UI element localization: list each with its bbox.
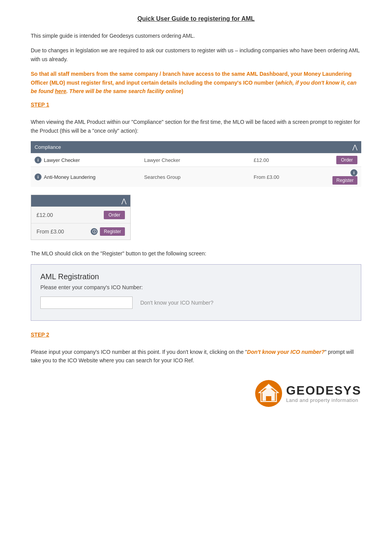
aml-subtitle: Please enter your company's ICO Number:	[40, 284, 352, 290]
zoomed-chevron[interactable]: ⋀	[121, 197, 126, 205]
svg-rect-4	[266, 396, 271, 401]
zoomed-order-button[interactable]: Order	[104, 211, 125, 219]
step1-description: When viewing the AML Product within our …	[31, 118, 361, 135]
step2-label: STEP 2	[31, 332, 49, 338]
intro-paragraph-2: Due to changes in legislation we are req…	[31, 46, 361, 63]
compliance-row-lawyer: i Lawyer Checker Lawyer Checker £12.00 O…	[31, 153, 361, 167]
order-button-lawyer[interactable]: Order	[336, 156, 357, 164]
compliance-price-lawyer: £12.00	[254, 157, 327, 163]
zoomed-price-lawyer: £12.00	[37, 212, 53, 218]
zoomed-header: ⋀	[31, 195, 130, 207]
zoomed-row-order: £12.00 Order	[31, 207, 130, 223]
compliance-action-aml: i Register	[327, 169, 357, 185]
geodesys-logo-icon	[255, 380, 282, 407]
ico-number-input[interactable]	[40, 297, 133, 309]
info-icon-lawyer: i	[35, 157, 42, 163]
zoomed-register-button[interactable]: Register	[100, 227, 125, 236]
zoomed-compliance-box: ⋀ £12.00 Order From £3.00 ⓘ Register	[31, 195, 131, 240]
info-icon-aml: i	[35, 173, 42, 180]
step2-text1: Please input your company's ICO number a…	[31, 349, 247, 355]
logo-text-block: GEODESYS Land and property information	[286, 384, 361, 403]
intro-paragraph-1: This simple guide is intended for Geodes…	[31, 32, 361, 40]
info-circle-aml[interactable]: i	[350, 169, 357, 176]
here-link[interactable]: here	[55, 88, 66, 94]
step2-description: Please input your company's ICO number a…	[31, 348, 361, 365]
compliance-group-aml: Searches Group	[144, 174, 254, 180]
compliance-label: Compliance	[35, 144, 61, 150]
dont-know-ico-link[interactable]: Don't know your ICO number?	[247, 349, 325, 355]
zoomed-info-circle[interactable]: ⓘ	[91, 228, 98, 235]
compliance-group-lawyer: Lawyer Checker	[144, 157, 254, 163]
compliance-header: Compliance ⋀	[31, 141, 361, 153]
step1-label: STEP 1	[31, 102, 49, 108]
compliance-row-aml: i Anti-Money Laundering Searches Group F…	[31, 167, 361, 187]
compliance-name-lawyer: i Lawyer Checker	[35, 157, 144, 163]
zoomed-price-aml: From £3.00	[37, 228, 64, 235]
logo-brand: GEODESYS	[286, 384, 361, 397]
compliance-table-container: Compliance ⋀ i Lawyer Checker Lawyer Che…	[31, 141, 361, 187]
dont-know-link[interactable]: Don't know your ICO Number?	[140, 300, 213, 306]
register-button-aml[interactable]: Register	[332, 176, 357, 185]
page-title: Quick User Guide to registering for AML	[31, 15, 361, 22]
aml-registration-box: AML Registration Please enter your compa…	[31, 264, 361, 321]
highlight-close: )	[181, 88, 183, 94]
highlight-end: . There will be the same search facility…	[66, 88, 182, 94]
compliance-chevron-up[interactable]: ⋀	[352, 143, 357, 151]
logo-tagline: Land and property information	[286, 397, 361, 403]
highlight-paragraph: So that all staff members from the same …	[31, 70, 361, 95]
footer-logo-area: GEODESYS Land and property information	[31, 380, 361, 407]
aml-registration-title: AML Registration	[40, 272, 352, 281]
compliance-action-lawyer: Order	[327, 156, 357, 164]
compliance-name-aml: i Anti-Money Laundering	[35, 173, 144, 180]
mlo-click-text: The MLO should click on the "Register" b…	[31, 249, 361, 258]
aml-input-row: Don't know your ICO Number?	[40, 297, 352, 309]
zoomed-row-register: From £3.00 ⓘ Register	[31, 223, 130, 240]
compliance-price-aml: From £3.00	[254, 174, 327, 180]
geodesys-logo: GEODESYS Land and property information	[255, 380, 361, 407]
